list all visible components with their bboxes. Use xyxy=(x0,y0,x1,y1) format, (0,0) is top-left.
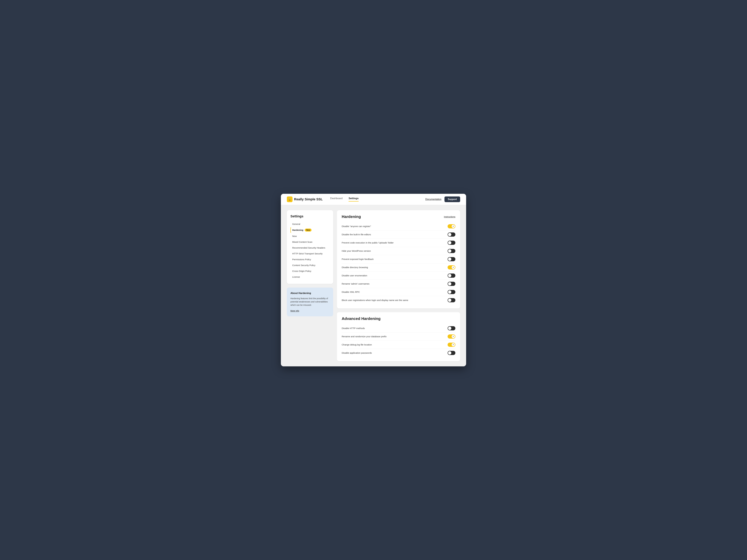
toggle-switch-7[interactable] xyxy=(447,282,455,286)
logo-icon: 🔒 xyxy=(287,196,292,202)
sidebar-item-hardening[interactable]: Hardening New xyxy=(290,227,330,233)
toggle-switch-9[interactable] xyxy=(447,298,455,302)
toggle-switch-8[interactable] xyxy=(447,290,455,294)
toggle-label-3: Hide your WordPress version xyxy=(342,249,371,252)
sidebar-item-new[interactable]: New xyxy=(290,233,330,239)
about-text: Hardening features limit the possibility… xyxy=(290,297,330,307)
adv-toggle-row-2: Change debug.log file location xyxy=(342,341,455,349)
toggle-row-7: Rename 'admin' usernames xyxy=(342,280,455,288)
new-badge: New xyxy=(305,229,311,232)
toggle-label-4: Prevent exposed login feedback xyxy=(342,258,374,260)
toggle-switch-1[interactable] xyxy=(447,233,455,237)
advanced-hardening-card: Advanced Hardening Disable HTTP methods … xyxy=(337,312,460,361)
toggle-label-2: Prevent code execution in the public 'Up… xyxy=(342,241,394,244)
toggle-switch-5[interactable] xyxy=(447,265,455,269)
about-card: About Hardening Hardening features limit… xyxy=(287,288,333,316)
toggle-row-8: Disable XML-RPC xyxy=(342,288,455,296)
left-column: Settings General Hardening New New Mixed… xyxy=(287,210,333,361)
toggle-row-6: Disable user enumeration xyxy=(342,272,455,280)
sidebar-item-license[interactable]: License xyxy=(290,274,330,279)
hardening-card-header: Hardening Instructions xyxy=(342,214,455,219)
toggle-row-0: Disable "anyone can register" xyxy=(342,222,455,231)
documentation-link[interactable]: Documentation xyxy=(426,198,441,201)
sidebar-item-permissions-policy[interactable]: Permissions Policy xyxy=(290,257,330,262)
adv-toggle-switch-1[interactable] xyxy=(447,335,455,339)
advanced-hardening-header: Advanced Hardening xyxy=(342,316,455,321)
logo-area: 🔒 Really Simple SSL xyxy=(287,196,323,202)
sidebar-item-content-security-policy[interactable]: Content Security Policy xyxy=(290,263,330,268)
adv-toggle-label-0: Disable HTTP methods xyxy=(342,327,365,329)
instructions-link[interactable]: Instructions xyxy=(444,215,455,218)
settings-card: Settings General Hardening New New Mixed… xyxy=(287,210,333,284)
about-title: About Hardening xyxy=(290,292,330,295)
adv-toggle-row-3: Disable application passwords xyxy=(342,349,455,357)
settings-card-title: Settings xyxy=(290,214,330,218)
toggle-row-5: Disable directory browsing xyxy=(342,263,455,272)
toggle-row-4: Prevent exposed login feedback xyxy=(342,255,455,263)
toggle-switch-0[interactable] xyxy=(447,224,455,229)
hardening-title: Hardening xyxy=(342,214,361,219)
toggle-label-1: Disable the built-in file editors xyxy=(342,233,371,236)
sidebar-item-http-strict-transport-security[interactable]: HTTP Strict Transport Security xyxy=(290,251,330,256)
adv-toggle-switch-0[interactable] xyxy=(447,326,455,330)
adv-toggle-label-3: Disable application passwords xyxy=(342,352,372,354)
tab-dashboard[interactable]: Dashboard xyxy=(330,197,342,202)
adv-toggle-label-1: Rename and randomize your database prefi… xyxy=(342,335,386,338)
right-column: Hardening Instructions Disable "anyone c… xyxy=(337,210,460,361)
app-header: 🔒 Really Simple SSL Dashboard Settings D… xyxy=(281,194,466,205)
header-actions: Documentation Support xyxy=(426,196,460,202)
adv-toggle-row-0: Disable HTTP methods xyxy=(342,324,455,332)
adv-toggle-switch-2[interactable] xyxy=(447,343,455,347)
settings-menu: General Hardening New New Mixed Content … xyxy=(290,221,330,279)
main-content: Settings General Hardening New New Mixed… xyxy=(281,205,466,366)
toggle-switch-6[interactable] xyxy=(447,273,455,278)
logo-text: Really Simple SSL xyxy=(294,197,323,201)
sidebar-item-cross-origin-policy[interactable]: Cross Origin Policy xyxy=(290,268,330,274)
main-nav: Dashboard Settings xyxy=(330,197,422,202)
toggle-switch-4[interactable] xyxy=(447,257,455,261)
toggle-row-3: Hide your WordPress version xyxy=(342,247,455,255)
adv-toggle-switch-3[interactable] xyxy=(447,351,455,355)
toggle-row-2: Prevent code execution in the public 'Up… xyxy=(342,239,455,247)
tab-settings[interactable]: Settings xyxy=(349,197,359,202)
sidebar-item-recommended-security-headers[interactable]: Recommended Security Headers xyxy=(290,245,330,250)
support-button[interactable]: Support xyxy=(444,196,460,202)
toggle-label-0: Disable "anyone can register" xyxy=(342,225,371,228)
toggle-label-8: Disable XML-RPC xyxy=(342,291,360,293)
toggle-row-1: Disable the built-in file editors xyxy=(342,231,455,239)
toggle-label-7: Rename 'admin' usernames xyxy=(342,283,369,285)
sidebar-item-mixed-content-scan[interactable]: Mixed Content Scan xyxy=(290,239,330,245)
toggle-label-6: Disable user enumeration xyxy=(342,274,367,277)
more-info-link[interactable]: More info xyxy=(290,310,299,312)
sidebar-item-general[interactable]: General xyxy=(290,221,330,227)
toggle-label-5: Disable directory browsing xyxy=(342,266,368,269)
adv-toggle-label-2: Change debug.log file location xyxy=(342,343,372,346)
toggle-switch-3[interactable] xyxy=(447,249,455,253)
hardening-card: Hardening Instructions Disable "anyone c… xyxy=(337,210,460,309)
toggle-row-9: Block user registrations when login and … xyxy=(342,296,455,304)
toggle-switch-2[interactable] xyxy=(447,241,455,245)
advanced-hardening-title: Advanced Hardening xyxy=(342,316,381,321)
adv-toggle-row-1: Rename and randomize your database prefi… xyxy=(342,332,455,341)
toggle-label-9: Block user registrations when login and … xyxy=(342,299,408,301)
